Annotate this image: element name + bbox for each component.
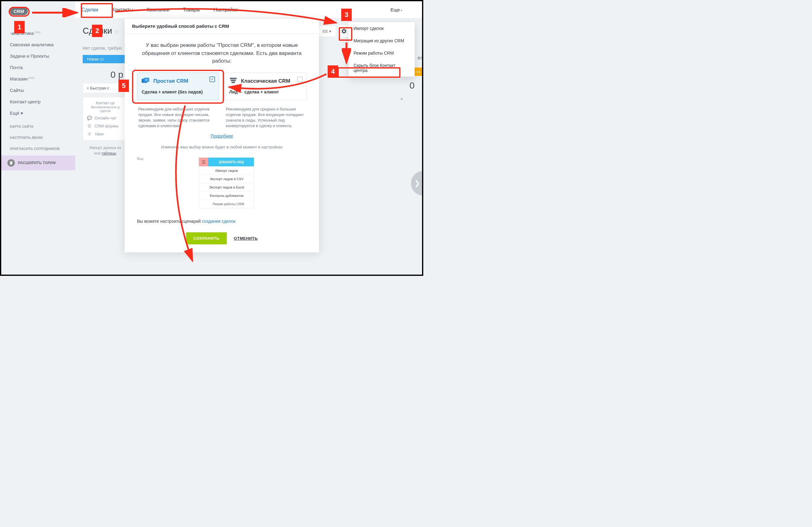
star-icon[interactable]: ☆ [114,28,119,35]
svg-text:@: @ [145,79,147,81]
cc-sub: Автоматическое д сделок [87,105,124,113]
crown-icon: ♛ [8,159,15,167]
simple-crm-icon: @ [142,78,150,85]
add-stage-button[interactable]: + [400,96,404,103]
gear-item-migration[interactable]: Миграция из других CRM [349,34,415,47]
sidebar-section-map[interactable]: КАРТА САЙТА [1,119,75,130]
cc-title: Контакт-це [87,101,124,105]
checkbox-checked-icon: ✓ [209,76,215,82]
cancel-button[interactable]: ОТМЕНИТЬ [234,236,258,241]
mode-classic-sub: Лид → сделка + клиент [229,89,302,95]
save-button[interactable]: СОХРАНИТЬ [186,232,227,244]
mode-simple-sub: Сделка + клиент (без лидов) [142,89,214,95]
chat-icon: 💬 [87,115,92,120]
mini-item-export-excel: Экспорт лидов в Excel [199,183,254,191]
mini-preview: ☰ ДОБАВИТЬ ЛИД Импорт лидов Экспорт лидо… [199,157,254,208]
sidebar-crm-badge[interactable]: CRM [10,8,28,15]
mode-classic[interactable]: ✓ Классическая CRM Лид → сделка + клиент [224,72,307,100]
modal-header: Выберите удобный способ работы с CRM [125,18,319,34]
mode-simple-desc: Рекомендуем для небольших отделов продаж… [137,106,219,129]
svg-rect-3 [230,78,237,79]
sidebar-section-invite[interactable]: ПРИГЛАСИТЬ СОТРУДНИКОВ [1,141,75,153]
sidebar-section-menu[interactable]: НАСТРОИТЬ МЕНЮ [1,130,75,141]
sidebar-item-more[interactable]: Ещё ▾ [1,108,75,119]
gear-item-import[interactable]: Импорт сделок [349,22,415,34]
gear-item-mode[interactable]: Режим работы CRM [349,47,415,59]
anno-2: 2 [92,25,102,37]
mini-item-mode: Режим работы CRM [199,200,254,208]
mini-add-lead: ДОБАВИТЬ ЛИД [208,158,254,166]
tab-companies[interactable]: Компании [147,7,170,13]
tab-more[interactable]: Еще [391,7,402,12]
form-icon: ☰ [87,123,92,129]
sidebar-upgrade[interactable]: ♛ РАСШИРИТЬ ТАРИФ [1,156,75,170]
sidebar-item-tasks[interactable]: Задачи и Проекты [1,50,75,62]
mini-item-export-csv: Экспорт лидов в CSV [199,175,254,183]
anno-3: 3 [341,9,352,21]
sidebar-item-mail[interactable]: Почта [1,62,75,73]
view-reports[interactable]: ёты [418,56,423,60]
mini-vid-label: Вид: [137,153,147,208]
sidebar-item-sites[interactable]: Сайты [1,85,75,96]
tab-contacts[interactable]: Контакты [112,7,133,13]
scenario-line: Вы можете настроить сценарий создания сд… [137,219,319,224]
sidebar: CRM -аналитикаbeta Сквозная аналитика За… [1,1,75,275]
sidebar-item-analytics[interactable]: -аналитикаbeta [1,27,75,39]
tab-deals[interactable]: Сделки [82,7,98,13]
cc-forms[interactable]: ☰CRM-формы [87,123,124,129]
import-hint: Импорт данных из или таблицы [83,145,128,156]
gear-dropdown: Импорт сделок Миграция из других CRM Реж… [349,22,415,76]
modal-intro: У вас выбран режим работы "Простая CRM",… [137,41,307,65]
stage-amount-right: 0 [409,80,415,91]
mini-item-import: Импорт лидов [199,166,254,175]
anno-5: 5 [118,80,129,92]
mode-simple[interactable]: ✓ @ Простая CRM Сделка + клиент (без лид… [137,72,219,100]
sidebar-item-shop[interactable]: Магазинbeta [1,73,75,85]
gear-item-hide-cc[interactable]: Скрыть блок Контакт центра [349,59,415,76]
sidebar-item-contact-center[interactable]: Контакт-центр [1,96,75,108]
sidebar-item-cross-analytics[interactable]: Сквозная аналитика [1,39,75,50]
anno-1: 1 [14,21,25,33]
crm-mode-modal: Выберите удобный способ работы с CRM У в… [125,18,319,252]
svg-rect-5 [232,82,235,83]
mode-classic-desc: Рекомендуем для средних и больших отдело… [224,106,307,129]
stage-new[interactable]: Новая (0) [83,55,128,63]
topnav: Сделки Контакты Компании Товары Настройк… [75,1,422,18]
svg-rect-4 [231,80,236,81]
gear-icon [341,28,347,34]
details-link[interactable]: Подробнее [137,133,307,139]
scenario-link[interactable]: создания сделок [202,219,236,224]
cc-viber[interactable]: ✆Viber [87,131,124,137]
cc-chat[interactable]: 💬Онлайн-чат [87,115,124,120]
tab-settings[interactable]: Настройки [214,7,237,13]
gear-button[interactable] [338,25,350,37]
mini-gear-icon: ☰ [199,158,208,166]
checkbox-unchecked-icon: ✓ [297,76,303,82]
mini-item-dup: Контроль дубликатов [199,191,254,200]
anno-4: 4 [328,66,338,78]
ee-dropdown[interactable]: EE ▾ [318,26,336,37]
contact-center-card: Контакт-це Автоматическое д сделок 💬Онла… [83,97,128,141]
viber-icon: ✆ [87,131,92,137]
classic-crm-icon [229,78,238,85]
tab-products[interactable]: Товары [183,7,200,13]
later-hint: Изменить ваш выбор можно будет в любой м… [137,145,307,149]
import-table-link[interactable]: таблицы [102,151,116,156]
